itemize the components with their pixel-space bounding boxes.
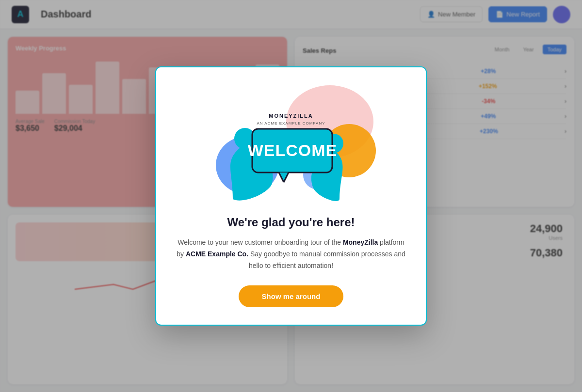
modal-illustration: MONEYZILLA AN ACME EXAMPLE COMPANY WELCO… xyxy=(156,67,426,212)
welcome-modal: MONEYZILLA AN ACME EXAMPLE COMPANY WELCO… xyxy=(155,66,427,325)
modal-description: Welcome to your new customer onboarding … xyxy=(176,237,406,271)
show-me-around-button[interactable]: Show me around xyxy=(239,285,344,307)
svg-text:WELCOME: WELCOME xyxy=(248,141,338,159)
modal-headline: We're glad you're here! xyxy=(176,216,406,229)
svg-text:AN ACME EXAMPLE COMPANY: AN ACME EXAMPLE COMPANY xyxy=(257,121,325,125)
modal-overlay: MONEYZILLA AN ACME EXAMPLE COMPANY WELCO… xyxy=(0,0,582,392)
modal-body: We're glad you're here! Welcome to your … xyxy=(156,212,426,324)
svg-text:MONEYZILLA: MONEYZILLA xyxy=(269,113,313,119)
welcome-illustration: MONEYZILLA AN ACME EXAMPLE COMPANY WELCO… xyxy=(204,83,378,204)
